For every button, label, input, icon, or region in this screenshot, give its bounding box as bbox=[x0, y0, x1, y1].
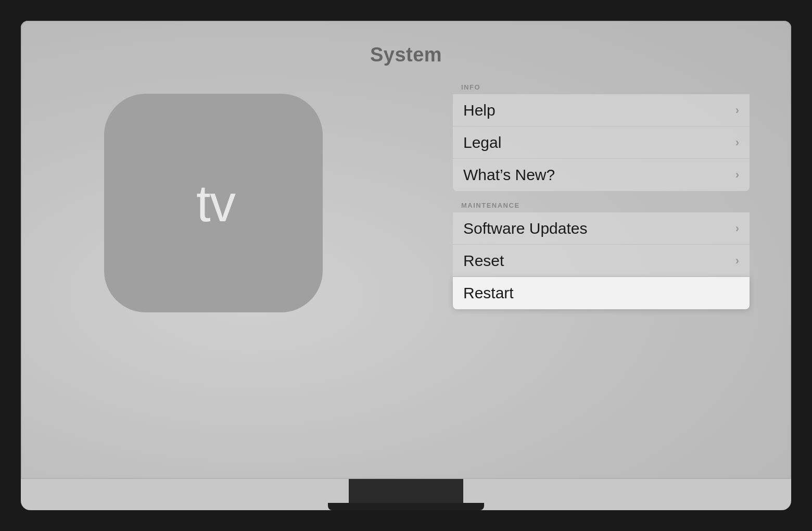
appletv-logo: tv bbox=[192, 173, 235, 233]
tv-screen: System tv INFO Help › Legal bbox=[21, 21, 791, 479]
menu-item-whats-new-label: What’s New? bbox=[463, 166, 555, 184]
page-title: System bbox=[370, 44, 442, 66]
maintenance-section-label: MAINTENANCE bbox=[453, 201, 750, 209]
chevron-icon-reset: › bbox=[735, 254, 739, 268]
menu-item-legal-label: Legal bbox=[463, 134, 501, 151]
menu-item-software-updates[interactable]: Software Updates › bbox=[453, 212, 750, 245]
menu-item-help-label: Help bbox=[463, 102, 496, 119]
info-section-label: INFO bbox=[453, 83, 750, 91]
menu-container: INFO Help › Legal › What’s New? › MAINTE… bbox=[453, 83, 750, 320]
menu-group-maintenance: MAINTENANCE Software Updates › Reset › R… bbox=[453, 201, 750, 309]
menu-item-restart-label: Restart bbox=[463, 284, 514, 302]
chevron-icon-whats-new: › bbox=[735, 168, 739, 182]
menu-item-whats-new[interactable]: What’s New? › bbox=[453, 159, 750, 191]
menu-item-reset[interactable]: Reset › bbox=[453, 245, 750, 277]
menu-item-help[interactable]: Help › bbox=[453, 94, 750, 127]
appletv-logo-container: tv bbox=[104, 94, 323, 312]
menu-group-info: INFO Help › Legal › What’s New? › bbox=[453, 83, 750, 191]
appletv-logo-background: tv bbox=[104, 94, 323, 312]
chevron-icon-software-updates: › bbox=[735, 222, 739, 235]
tv-frame: System tv INFO Help › Legal bbox=[21, 21, 791, 510]
tv-logo-text: tv bbox=[196, 173, 235, 233]
chevron-icon-legal: › bbox=[735, 136, 739, 149]
menu-item-reset-label: Reset bbox=[463, 252, 504, 270]
menu-item-restart[interactable]: Restart bbox=[453, 277, 750, 309]
menu-item-software-updates-label: Software Updates bbox=[463, 220, 587, 237]
chevron-icon-help: › bbox=[735, 104, 739, 117]
tv-stand bbox=[349, 479, 463, 510]
menu-item-legal[interactable]: Legal › bbox=[453, 127, 750, 159]
